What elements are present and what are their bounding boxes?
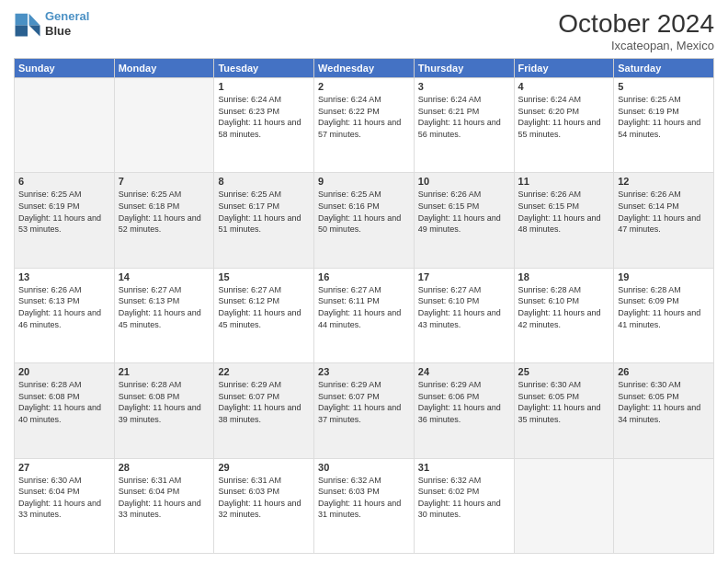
calendar-cell: 14Sunrise: 6:27 AMSunset: 6:13 PMDayligh…	[114, 268, 214, 362]
day-detail: Sunrise: 6:31 AMSunset: 6:04 PMDaylight:…	[119, 475, 210, 521]
day-number: 20	[18, 366, 110, 377]
logo: General Blue	[14, 9, 89, 38]
logo-text: General Blue	[45, 9, 89, 38]
calendar-cell: 12Sunrise: 6:26 AMSunset: 6:14 PMDayligh…	[614, 173, 714, 268]
calendar-cell: 20Sunrise: 6:28 AMSunset: 6:08 PMDayligh…	[15, 363, 115, 458]
week-row-1: 1Sunrise: 6:24 AMSunset: 6:23 PMDaylight…	[15, 78, 714, 173]
weekday-header-saturday: Saturday	[614, 59, 714, 78]
weekday-header-wednesday: Wednesday	[314, 59, 415, 78]
logo-icon	[14, 10, 41, 38]
calendar-cell: 30Sunrise: 6:32 AMSunset: 6:03 PMDayligh…	[314, 458, 415, 553]
day-detail: Sunrise: 6:26 AMSunset: 6:15 PMDaylight:…	[518, 189, 610, 235]
calendar-cell: 17Sunrise: 6:27 AMSunset: 6:10 PMDayligh…	[414, 268, 514, 362]
day-number: 11	[518, 176, 610, 187]
calendar-cell: 23Sunrise: 6:29 AMSunset: 6:07 PMDayligh…	[314, 363, 415, 458]
weekday-header-friday: Friday	[514, 59, 614, 78]
day-detail: Sunrise: 6:29 AMSunset: 6:06 PMDaylight:…	[418, 379, 510, 425]
calendar-cell	[15, 78, 115, 173]
day-number: 17	[418, 271, 510, 282]
day-number: 4	[518, 81, 610, 92]
day-number: 25	[518, 366, 610, 377]
day-number: 15	[218, 271, 310, 282]
calendar-cell: 24Sunrise: 6:29 AMSunset: 6:06 PMDayligh…	[414, 363, 514, 458]
calendar-cell: 27Sunrise: 6:30 AMSunset: 6:04 PMDayligh…	[15, 458, 115, 553]
day-number: 24	[418, 366, 510, 377]
day-detail: Sunrise: 6:27 AMSunset: 6:12 PMDaylight:…	[218, 284, 310, 330]
day-detail: Sunrise: 6:24 AMSunset: 6:20 PMDaylight:…	[518, 94, 610, 140]
day-detail: Sunrise: 6:25 AMSunset: 6:18 PMDaylight:…	[119, 189, 210, 235]
weekday-header-thursday: Thursday	[414, 59, 514, 78]
svg-rect-3	[16, 13, 28, 25]
logo-line2: Blue	[45, 24, 89, 39]
calendar-cell: 5Sunrise: 6:25 AMSunset: 6:19 PMDaylight…	[614, 78, 714, 173]
week-row-4: 20Sunrise: 6:28 AMSunset: 6:08 PMDayligh…	[15, 363, 714, 458]
calendar-cell: 6Sunrise: 6:25 AMSunset: 6:19 PMDaylight…	[15, 173, 115, 268]
title-block: October 2024 Ixcateopan, Mexico	[558, 9, 714, 52]
day-number: 21	[119, 366, 210, 377]
day-detail: Sunrise: 6:24 AMSunset: 6:21 PMDaylight:…	[418, 94, 510, 140]
calendar-cell: 10Sunrise: 6:26 AMSunset: 6:15 PMDayligh…	[414, 173, 514, 268]
day-number: 30	[318, 462, 410, 473]
day-number: 27	[18, 462, 110, 473]
day-detail: Sunrise: 6:24 AMSunset: 6:23 PMDaylight:…	[218, 94, 310, 140]
day-detail: Sunrise: 6:27 AMSunset: 6:13 PMDaylight:…	[119, 284, 210, 330]
calendar-cell: 15Sunrise: 6:27 AMSunset: 6:12 PMDayligh…	[214, 268, 314, 362]
calendar-cell: 31Sunrise: 6:32 AMSunset: 6:02 PMDayligh…	[414, 458, 514, 553]
calendar-cell: 22Sunrise: 6:29 AMSunset: 6:07 PMDayligh…	[214, 363, 314, 458]
calendar-cell: 7Sunrise: 6:25 AMSunset: 6:18 PMDaylight…	[114, 173, 214, 268]
day-detail: Sunrise: 6:31 AMSunset: 6:03 PMDaylight:…	[218, 475, 310, 521]
day-number: 9	[318, 176, 410, 187]
calendar-cell: 21Sunrise: 6:28 AMSunset: 6:08 PMDayligh…	[114, 363, 214, 458]
svg-rect-4	[16, 25, 28, 36]
day-number: 7	[119, 176, 210, 187]
calendar-cell: 25Sunrise: 6:30 AMSunset: 6:05 PMDayligh…	[514, 363, 614, 458]
calendar-cell: 16Sunrise: 6:27 AMSunset: 6:11 PMDayligh…	[314, 268, 415, 362]
day-detail: Sunrise: 6:32 AMSunset: 6:02 PMDaylight:…	[418, 475, 510, 521]
day-detail: Sunrise: 6:25 AMSunset: 6:19 PMDaylight:…	[618, 94, 710, 140]
day-detail: Sunrise: 6:29 AMSunset: 6:07 PMDaylight:…	[318, 379, 410, 425]
calendar-cell	[614, 458, 714, 553]
day-detail: Sunrise: 6:26 AMSunset: 6:14 PMDaylight:…	[618, 189, 710, 235]
calendar-cell: 29Sunrise: 6:31 AMSunset: 6:03 PMDayligh…	[214, 458, 314, 553]
location-subtitle: Ixcateopan, Mexico	[558, 39, 714, 52]
day-number: 28	[119, 462, 210, 473]
day-number: 8	[218, 176, 310, 187]
calendar-cell: 9Sunrise: 6:25 AMSunset: 6:16 PMDaylight…	[314, 173, 415, 268]
header: General Blue October 2024 Ixcateopan, Me…	[14, 9, 714, 52]
calendar-cell: 26Sunrise: 6:30 AMSunset: 6:05 PMDayligh…	[614, 363, 714, 458]
day-detail: Sunrise: 6:30 AMSunset: 6:04 PMDaylight:…	[18, 475, 110, 521]
calendar-cell: 13Sunrise: 6:26 AMSunset: 6:13 PMDayligh…	[15, 268, 115, 362]
day-detail: Sunrise: 6:27 AMSunset: 6:11 PMDaylight:…	[318, 284, 410, 330]
day-detail: Sunrise: 6:25 AMSunset: 6:17 PMDaylight:…	[218, 189, 310, 235]
week-row-2: 6Sunrise: 6:25 AMSunset: 6:19 PMDaylight…	[15, 173, 714, 268]
day-detail: Sunrise: 6:28 AMSunset: 6:09 PMDaylight:…	[618, 284, 710, 330]
day-number: 22	[218, 366, 310, 377]
day-number: 16	[318, 271, 410, 282]
day-number: 14	[119, 271, 210, 282]
weekday-header-monday: Monday	[114, 59, 214, 78]
month-title: October 2024	[558, 9, 714, 39]
day-detail: Sunrise: 6:25 AMSunset: 6:16 PMDaylight:…	[318, 189, 410, 235]
day-number: 12	[618, 176, 710, 187]
calendar-cell: 3Sunrise: 6:24 AMSunset: 6:21 PMDaylight…	[414, 78, 514, 173]
day-detail: Sunrise: 6:30 AMSunset: 6:05 PMDaylight:…	[518, 379, 610, 425]
day-detail: Sunrise: 6:24 AMSunset: 6:22 PMDaylight:…	[318, 94, 410, 140]
weekday-header-tuesday: Tuesday	[214, 59, 314, 78]
day-detail: Sunrise: 6:30 AMSunset: 6:05 PMDaylight:…	[618, 379, 710, 425]
day-detail: Sunrise: 6:26 AMSunset: 6:13 PMDaylight:…	[18, 284, 110, 330]
day-detail: Sunrise: 6:25 AMSunset: 6:19 PMDaylight:…	[18, 189, 110, 235]
day-number: 6	[18, 176, 110, 187]
day-number: 18	[518, 271, 610, 282]
day-detail: Sunrise: 6:26 AMSunset: 6:15 PMDaylight:…	[418, 189, 510, 235]
calendar-cell: 8Sunrise: 6:25 AMSunset: 6:17 PMDaylight…	[214, 173, 314, 268]
day-detail: Sunrise: 6:32 AMSunset: 6:03 PMDaylight:…	[318, 475, 410, 521]
calendar-cell	[114, 78, 214, 173]
day-number: 29	[218, 462, 310, 473]
calendar-cell: 19Sunrise: 6:28 AMSunset: 6:09 PMDayligh…	[614, 268, 714, 362]
calendar-cell: 2Sunrise: 6:24 AMSunset: 6:22 PMDaylight…	[314, 78, 415, 173]
week-row-3: 13Sunrise: 6:26 AMSunset: 6:13 PMDayligh…	[15, 268, 714, 362]
day-number: 10	[418, 176, 510, 187]
calendar-cell: 1Sunrise: 6:24 AMSunset: 6:23 PMDaylight…	[214, 78, 314, 173]
calendar-table: SundayMondayTuesdayWednesdayThursdayFrid…	[14, 58, 714, 554]
calendar-cell	[514, 458, 614, 553]
